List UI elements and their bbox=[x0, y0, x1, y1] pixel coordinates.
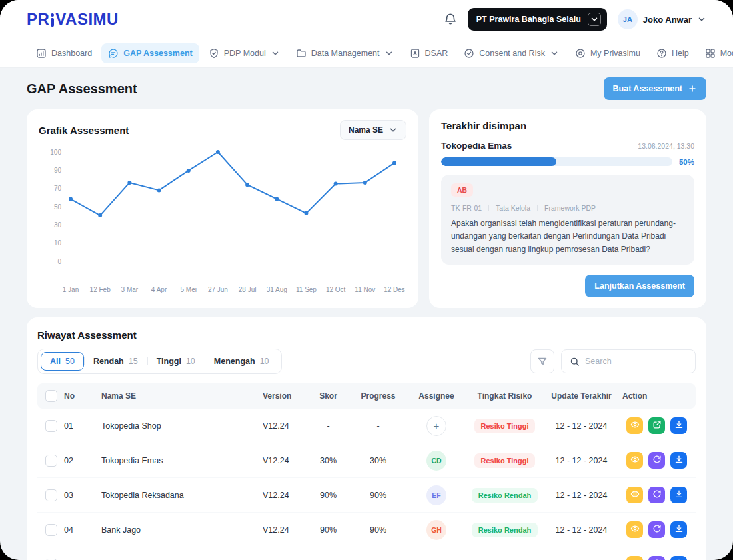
refresh-action-button[interactable] bbox=[648, 452, 665, 469]
row-checkbox[interactable] bbox=[45, 420, 57, 432]
user-menu[interactable]: JA Joko Anwar bbox=[618, 9, 706, 29]
view-action-button[interactable] bbox=[626, 452, 643, 469]
svg-text:90: 90 bbox=[54, 167, 62, 174]
nav-item-data-management[interactable]: Data Management bbox=[289, 43, 400, 63]
svg-text:31 Aug: 31 Aug bbox=[267, 286, 287, 293]
view-action-button[interactable] bbox=[626, 556, 643, 560]
download-action-button[interactable] bbox=[670, 521, 687, 538]
page-header: GAP Assessment Buat Assessment bbox=[27, 77, 706, 100]
nav-item-label: My Privasimu bbox=[590, 49, 640, 58]
filter-tab-tinggi[interactable]: Tinggi10 bbox=[147, 352, 205, 371]
svg-text:28 Jul: 28 Jul bbox=[239, 286, 257, 293]
notifications-button[interactable] bbox=[444, 13, 457, 26]
table-row: 02Tokopedia EmasV12.2430%30%CDResiko Tin… bbox=[37, 443, 696, 478]
row-checkbox[interactable] bbox=[45, 524, 57, 536]
meta-divider bbox=[537, 205, 538, 211]
continue-assessment-button[interactable]: Lanjutkan Assessment bbox=[585, 275, 694, 297]
refresh-icon bbox=[652, 489, 662, 501]
download-action-button[interactable] bbox=[670, 487, 687, 503]
row-checkbox[interactable] bbox=[45, 489, 57, 501]
question-meta-item: Framework PDP bbox=[544, 204, 596, 212]
nav-item-consent-and-risk[interactable]: Consent and Risk bbox=[457, 43, 566, 63]
bell-icon bbox=[444, 13, 457, 26]
table-row: 01Tokopedia ShopV12.24--+Resiko Tinggi12… bbox=[37, 409, 696, 443]
nav-item-label: Dashboard bbox=[51, 49, 92, 58]
download-icon bbox=[674, 489, 684, 501]
column-header: Progress bbox=[350, 391, 406, 401]
content: GAP Assessment Buat Assessment Grafik As… bbox=[0, 68, 733, 560]
plus-icon bbox=[688, 84, 697, 93]
table-row: 03Tokopedia ReksadanaV12.2490%90%EFResik… bbox=[37, 478, 696, 513]
refresh-action-button[interactable] bbox=[648, 521, 665, 538]
nav-item-dsar[interactable]: DSAR bbox=[403, 43, 455, 63]
cell-version: V12.24 bbox=[260, 525, 307, 535]
question-text: Apakah organisasi telah mengidentifikasi… bbox=[451, 217, 684, 256]
svg-text:27 Jun: 27 Jun bbox=[208, 286, 228, 293]
my-privasimu-icon bbox=[575, 48, 586, 59]
view-action-button[interactable] bbox=[626, 487, 643, 503]
cell-updated: 12 - 12 - 2024 bbox=[543, 525, 620, 535]
pdp-modul-icon bbox=[209, 48, 219, 59]
search-icon bbox=[570, 357, 580, 367]
cell-version: V12.24 bbox=[260, 491, 307, 500]
export-action-button[interactable] bbox=[648, 417, 665, 434]
topbar: PR VASIMU PT Prawira Bahagia Selalu JA J… bbox=[0, 0, 733, 39]
create-assessment-button[interactable]: Buat Assessment bbox=[604, 77, 706, 100]
create-assessment-label: Buat Assessment bbox=[613, 84, 682, 93]
nav-item-pdp-modul[interactable]: PDP Modul bbox=[202, 43, 287, 63]
download-action-button[interactable] bbox=[670, 556, 687, 560]
nav-item-modul-lainnya[interactable]: Modul Lainnya bbox=[698, 43, 733, 63]
column-header: No bbox=[61, 391, 99, 401]
refresh-action-button[interactable] bbox=[648, 487, 665, 503]
last-saved-title: Terakhir disimpan bbox=[441, 120, 694, 131]
assignee-avatar: CD bbox=[426, 451, 446, 471]
search-box bbox=[561, 349, 696, 373]
chevron-down-icon bbox=[697, 15, 706, 24]
view-action-button[interactable] bbox=[626, 417, 643, 434]
search-input[interactable] bbox=[585, 357, 687, 366]
chart-filter-dropdown[interactable]: Nama SE bbox=[340, 120, 406, 140]
nav-item-label: PDP Modul bbox=[224, 49, 266, 58]
filter-tab-label: Menengah bbox=[214, 357, 255, 366]
filter-tabs: All50Rendah15Tinggi10Menengah10 bbox=[37, 349, 282, 374]
filter-tab-all[interactable]: All50 bbox=[41, 352, 84, 371]
view-action-button[interactable] bbox=[626, 521, 643, 538]
select-all-checkbox[interactable] bbox=[45, 390, 57, 402]
refresh-action-button[interactable] bbox=[648, 556, 665, 560]
cell-progress: 90% bbox=[350, 491, 406, 500]
main-nav: DashboardGAP AssessmentPDP ModulData Man… bbox=[0, 39, 733, 68]
row-checkbox[interactable] bbox=[45, 455, 57, 467]
cell-assignee: CD bbox=[406, 451, 466, 471]
last-saved-card: Terakhir disimpan Tokopedia Emas 13.06.2… bbox=[429, 109, 706, 308]
column-header: Skor bbox=[307, 391, 350, 401]
add-assignee-button[interactable]: + bbox=[426, 416, 446, 436]
last-saved-name: Tokopedia Emas bbox=[441, 141, 512, 151]
cell-actions bbox=[620, 417, 696, 434]
svg-text:70: 70 bbox=[54, 185, 62, 192]
download-icon bbox=[674, 420, 684, 431]
cell-version: V12.24 bbox=[260, 456, 307, 465]
nav-item-gap-assessment[interactable]: GAP Assessment bbox=[101, 43, 199, 63]
chevron-down-icon bbox=[388, 125, 398, 135]
logo-text-right: VASIMU bbox=[55, 10, 119, 29]
company-selector[interactable]: PT Prawira Bahagia Selalu bbox=[468, 8, 607, 31]
last-saved-row: Tokopedia Emas 13.06.2024, 13.30 bbox=[441, 141, 694, 151]
view-icon bbox=[630, 455, 640, 466]
chevron-down-icon bbox=[550, 49, 559, 58]
filter-tab-rendah[interactable]: Rendah15 bbox=[84, 352, 147, 371]
download-icon bbox=[674, 455, 684, 466]
risk-badge: Resiko Tinggi bbox=[474, 453, 536, 468]
cell-risk: Resiko Rendah bbox=[466, 488, 543, 503]
nav-item-dashboard[interactable]: Dashboard bbox=[29, 43, 99, 63]
download-action-button[interactable] bbox=[670, 417, 687, 434]
filter-tab-menengah[interactable]: Menengah10 bbox=[205, 352, 279, 371]
nav-item-help[interactable]: Help bbox=[650, 43, 696, 63]
download-action-button[interactable] bbox=[670, 452, 687, 469]
nav-item-my-privasimu[interactable]: My Privasimu bbox=[568, 43, 647, 63]
cell-actions bbox=[620, 487, 696, 503]
cell-version: V12.24 bbox=[260, 421, 307, 431]
chevron-down-icon bbox=[271, 49, 280, 58]
column-header: Assignee bbox=[406, 391, 466, 401]
export-icon bbox=[652, 420, 662, 431]
filter-button[interactable] bbox=[530, 349, 554, 373]
